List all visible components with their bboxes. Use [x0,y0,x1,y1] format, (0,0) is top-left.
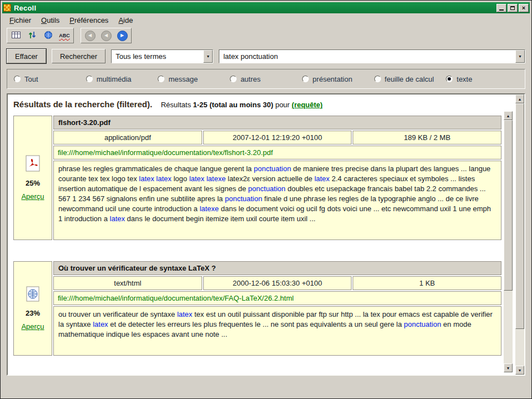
filter-option-autres[interactable]: autres [230,75,302,83]
radio-button-selected[interactable] [446,76,453,82]
result-mime: application/pdf [53,131,202,144]
scroll-up-icon[interactable]: ▲ [515,94,524,103]
relevance-percent: 25% [26,179,40,187]
sort-arrows-icon [28,31,36,41]
result-snippet: ou trouver un verificateur de syntaxe la… [53,306,501,356]
highlighted-term: latex [93,320,108,328]
close-button[interactable]: × [519,4,529,12]
inner-scrollbar[interactable]: ▲ ▼ [504,111,513,372]
result-url-row: file:///home/michael/informatique/docume… [53,146,501,159]
titlebar: Recoll × [2,2,530,13]
scroll-down-icon[interactable]: ▼ [504,363,513,372]
results-main: Résultats de la recherche (filtered). Ré… [8,94,513,375]
result-main-col: flshort-3.20.pdf application/pdf 2007-12… [53,116,501,240]
search-button[interactable]: Rechercher [52,49,106,63]
highlighted-term: ponctuation [254,164,291,173]
radio-button[interactable] [374,76,381,82]
circle-arrow-left-icon: ◀ [101,31,112,41]
result-date: 2007-12-01 12:19:20 +0100 [203,131,352,144]
result-url-link[interactable]: file:///home/michael/informatique/docume… [58,294,294,302]
filter-option-presentation[interactable]: présentation [302,75,374,83]
search-query-combo: ▼ [219,49,525,63]
clear-button[interactable]: Effacer [7,49,46,63]
menu-outils[interactable]: Outils [36,14,64,26]
radio-button[interactable] [230,76,237,82]
filter-option-feuille-de-calcul[interactable]: feuille de calcul [374,75,446,83]
result-url-link[interactable]: file:///home/michael/informatique/docume… [58,148,273,157]
filter-label: multimédia [97,75,132,83]
highlighted-term: latex latexe [189,174,226,183]
result-entry: 25% Aperçu flshort-3.20.pdf application/… [13,116,501,240]
spell-abc-icon: ABC [59,33,70,38]
scrollbar-thumb[interactable] [504,120,513,291]
highlighted-term: latex [177,310,192,318]
result-meta-row: text/html 2000-12-06 15:03:30 +0100 1 KB [53,276,501,290]
preview-link[interactable]: Aperçu [21,322,44,331]
result-meta-row: application/pdf 2007-12-01 12:19:20 +010… [53,131,501,144]
scrollbar-track[interactable] [515,103,524,366]
scrollbar-track[interactable] [504,120,513,363]
filter-label: présentation [313,75,353,83]
scroll-down-icon[interactable]: ▼ [515,366,524,375]
menubar: Fichier Outils Préférences Aide [2,13,530,27]
circle-arrow-right-icon: ▶ [117,31,128,41]
search-mode-select[interactable]: Tous les termes ▼ [111,49,213,63]
radio-button[interactable] [302,76,309,82]
close-icon: × [522,5,525,11]
filter-label: autres [240,75,260,83]
radio-button[interactable] [14,76,21,82]
result-main-col: Où trouver un vérificateur de syntaxe La… [53,261,501,356]
toolbar: ABC ◀ ◀ ▶ [2,27,530,44]
filter-option-multimedia[interactable]: multimédia [86,75,158,83]
search-mode-value: Tous les termes [112,52,168,61]
filter-option-texte[interactable]: texte [446,75,518,83]
results-pane: Résultats de la recherche (filtered). Ré… [7,93,525,376]
radio-button[interactable] [86,76,93,82]
filter-label: texte [456,75,472,83]
result-title: Où trouver un vérificateur de syntaxe La… [53,261,501,275]
result-entry: 23% Aperçu Où trouver un vérificateur de… [13,261,501,356]
outer-scrollbar[interactable]: ▲ ▼ [515,94,524,375]
highlighted-term: latex latex [139,174,172,183]
toolbar-group-navigation: ◀ ◀ ▶ [81,28,132,43]
next-page-button[interactable]: ▶ [115,29,129,42]
bottom-strip [2,376,530,397]
filter-label: message [168,75,198,83]
window-controls: × [496,4,529,12]
result-list: 25% Aperçu flshort-3.20.pdf application/… [8,111,513,372]
filter-option-tout[interactable]: Tout [14,75,86,83]
result-side-cell: 23% Aperçu [13,261,52,356]
result-size: 189 KB / 2 MB [353,131,501,144]
menu-fichier[interactable]: Fichier [4,14,36,26]
highlighted-term: ponctuation [248,184,285,193]
scroll-up-icon[interactable]: ▲ [504,111,513,120]
chevron-down-icon[interactable]: ▼ [203,50,213,63]
clear-search-button[interactable] [9,29,23,42]
query-details-link[interactable]: (requête) [292,101,323,109]
filter-option-message[interactable]: message [158,75,230,83]
minimize-button[interactable] [496,4,506,12]
result-mime: text/html [53,276,202,290]
sort-parameters-button[interactable] [25,29,39,42]
filter-label: feuille de calcul [385,75,434,83]
chevron-down-icon[interactable]: ▼ [515,50,525,63]
maximize-button[interactable] [508,4,518,12]
result-snippet: phrase les regles grammaticales de chaqu… [53,161,501,240]
menu-preferences[interactable]: Préférences [64,14,113,26]
result-url-row: file:///home/michael/informatique/docume… [53,291,501,305]
search-query-input[interactable] [219,52,515,61]
highlighted-term: latex [110,215,125,223]
radio-button[interactable] [158,76,164,82]
search-tools-button[interactable] [41,29,56,42]
app-icon [3,4,11,12]
minimize-icon [499,9,504,11]
scrollbar-thumb[interactable] [515,103,524,329]
results-count-range: 1-25 (total au moins 30) [193,101,273,109]
highlighted-term: ponctuation [404,320,441,328]
menu-aide[interactable]: Aide [113,14,138,26]
preview-link[interactable]: Aperçu [21,192,44,201]
first-page-button[interactable]: ◀ [83,29,97,42]
relevance-percent: 23% [26,309,40,317]
previous-page-button[interactable]: ◀ [99,29,113,42]
term-explorer-button[interactable]: ABC [57,29,72,42]
